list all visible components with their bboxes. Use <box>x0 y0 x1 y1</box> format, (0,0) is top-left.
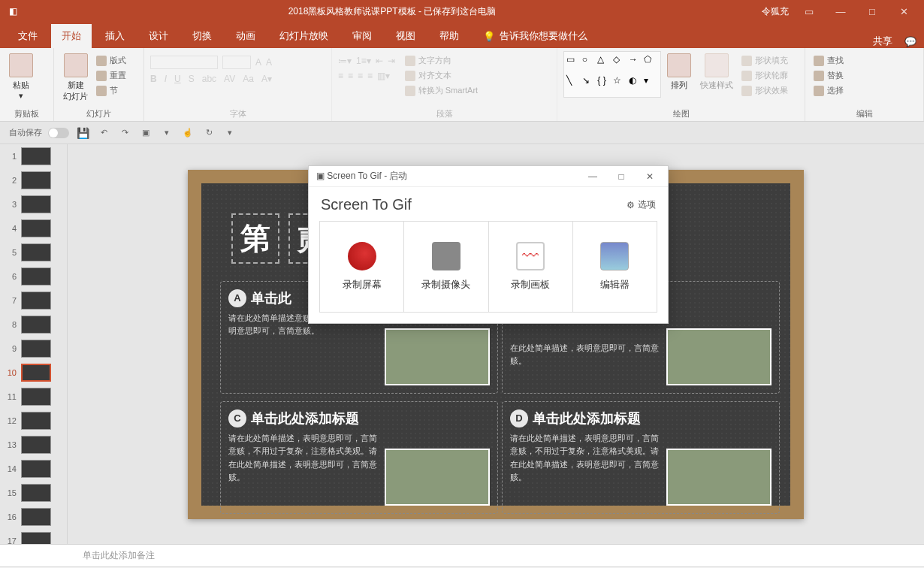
thumbnail-1[interactable]: 1 <box>0 144 67 168</box>
indent-dec-button[interactable]: ⇤ <box>376 56 383 66</box>
reset-button[interactable]: 重置 <box>94 69 128 82</box>
shape-icon: ▾ <box>644 75 658 95</box>
thumbnail-2[interactable]: 2 <box>0 168 67 192</box>
thumbnail-7[interactable]: 7 <box>0 289 67 313</box>
thumbnail-10[interactable]: 10 <box>0 361 67 385</box>
align-center-button[interactable]: ≡ <box>348 71 353 81</box>
autosave-toggle[interactable] <box>48 128 69 138</box>
autosave-label: 自动保存 <box>9 127 42 138</box>
slideshow-from-start-button[interactable]: ▣ <box>138 125 153 140</box>
smartart-button[interactable]: 转换为 SmartArt <box>403 84 480 97</box>
shrink-font-icon[interactable]: A <box>266 57 272 68</box>
thumbnail-number: 17 <box>5 536 17 544</box>
columns-button[interactable]: ▥▾ <box>377 71 390 81</box>
undo-button[interactable]: ↶ <box>96 125 111 140</box>
underline-button[interactable]: U <box>174 74 181 84</box>
tab-home[interactable]: 开始 <box>51 24 92 48</box>
comments-icon[interactable]: 💬 <box>904 36 916 47</box>
indent-inc-button[interactable]: ⇥ <box>388 56 395 66</box>
tab-tell-me[interactable]: 💡告诉我你想要做什么 <box>473 24 598 48</box>
justify-button[interactable]: ≡ <box>367 71 373 81</box>
spacing-button[interactable]: AV <box>224 74 235 84</box>
thumbnail-panel[interactable]: 1234567891011121314151617 <box>0 144 68 544</box>
maximize-icon[interactable]: □ <box>861 6 883 17</box>
section-button[interactable]: 节 <box>94 84 128 97</box>
editor-button[interactable]: 编辑器 <box>573 222 657 312</box>
share-button[interactable]: 共享 <box>873 35 892 48</box>
touch-mode-button[interactable]: ☝ <box>180 125 195 140</box>
qat-custom-button[interactable]: ↻ <box>201 125 216 140</box>
select-button[interactable]: 选择 <box>811 84 846 97</box>
thumbnail-5[interactable]: 5 <box>0 240 67 264</box>
shapeoutline-button[interactable]: 形状轮廓 <box>739 69 790 82</box>
textdir-button[interactable]: 文字方向 <box>403 54 480 67</box>
fontcolor-button[interactable]: A▾ <box>261 74 272 84</box>
new-slide-button[interactable]: 新建 幻灯片 <box>60 51 91 104</box>
thumbnail-3[interactable]: 3 <box>0 192 67 216</box>
quickstyles-button[interactable]: 快速样式 <box>697 51 736 93</box>
smartart-icon <box>405 86 415 96</box>
dialog-close-button[interactable]: ✕ <box>636 171 663 182</box>
thumbnail-preview <box>21 147 51 165</box>
tab-help[interactable]: 帮助 <box>429 24 470 48</box>
tab-file[interactable]: 文件 <box>8 24 48 48</box>
shapefill-button[interactable]: 形状填充 <box>739 54 790 67</box>
thumbnail-4[interactable]: 4 <box>0 216 67 240</box>
grow-font-icon[interactable]: A <box>255 57 261 68</box>
paste-button[interactable]: 粘贴▾ <box>6 51 36 103</box>
thumbnail-6[interactable]: 6 <box>0 264 67 289</box>
shapes-gallery[interactable]: ▭○△◇→⬠ ╲↘{ }☆◐▾ <box>563 51 661 98</box>
strike-button[interactable]: S <box>189 74 195 84</box>
minimize-icon[interactable]: — <box>829 6 852 17</box>
redo-button[interactable]: ↷ <box>117 125 132 140</box>
thumbnail-17[interactable]: 17 <box>0 529 67 544</box>
thumbnail-11[interactable]: 11 <box>0 385 67 409</box>
dialog-minimize-button[interactable]: — <box>579 171 606 182</box>
record-board-button[interactable]: 〰录制画板 <box>489 222 573 312</box>
content-card-c[interactable]: C单击此处添加标题 请在此处简单描述，表明意思即可，言简意赅，不用过于复杂，注意… <box>220 401 498 514</box>
thumbnail-12[interactable]: 12 <box>0 409 67 433</box>
case-button[interactable]: Aa <box>243 74 254 84</box>
italic-button[interactable]: I <box>165 74 167 84</box>
numbering-button[interactable]: 1≡▾ <box>356 56 371 66</box>
tab-transition[interactable]: 切换 <box>182 24 222 48</box>
save-button[interactable]: 💾 <box>75 125 90 140</box>
find-button[interactable]: 查找 <box>811 54 846 67</box>
tab-review[interactable]: 审阅 <box>342 24 382 48</box>
thumbnail-16[interactable]: 16 <box>0 505 67 529</box>
bold-button[interactable]: B <box>150 74 157 84</box>
replace-button[interactable]: 替换 <box>811 69 846 82</box>
thumbnail-13[interactable]: 13 <box>0 433 67 457</box>
content-card-d[interactable]: D单击此处添加标题 请在此处简单描述，表明意思即可，言简意赅，不用过于复杂，注意… <box>502 401 780 514</box>
close-icon[interactable]: ✕ <box>892 6 915 17</box>
font-combo[interactable] <box>150 56 218 69</box>
user-name[interactable]: 令狐充 <box>762 5 789 18</box>
thumbnail-9[interactable]: 9 <box>0 337 67 361</box>
aligntext-button[interactable]: 对齐文本 <box>403 69 480 82</box>
shadow-button[interactable]: abc <box>202 74 216 84</box>
tab-design[interactable]: 设计 <box>138 24 179 48</box>
notes-pane[interactable]: 单击此处添加备注 <box>0 544 924 566</box>
fontsize-combo[interactable] <box>222 56 251 69</box>
thumbnail-8[interactable]: 8 <box>0 313 67 337</box>
thumbnail-number: 10 <box>5 368 17 377</box>
ribbon-options-icon[interactable]: ▭ <box>798 6 820 17</box>
tab-slideshow[interactable]: 幻灯片放映 <box>269 24 339 48</box>
dialog-options-button[interactable]: ⚙选项 <box>627 198 656 211</box>
align-right-button[interactable]: ≡ <box>358 71 363 81</box>
arrange-button[interactable]: 排列 <box>664 51 694 93</box>
qat-more-button[interactable]: ▾ <box>159 125 174 140</box>
align-left-button[interactable]: ≡ <box>338 71 343 81</box>
tab-insert[interactable]: 插入 <box>95 24 135 48</box>
tab-view[interactable]: 视图 <box>385 24 426 48</box>
qat-dropdown[interactable]: ▾ <box>222 125 237 140</box>
thumbnail-15[interactable]: 15 <box>0 481 67 505</box>
tab-animation[interactable]: 动画 <box>225 24 266 48</box>
shapeeffects-button[interactable]: 形状效果 <box>739 84 790 97</box>
thumbnail-14[interactable]: 14 <box>0 457 67 481</box>
record-camera-button[interactable]: 录制摄像头 <box>404 222 488 312</box>
bullets-button[interactable]: ≔▾ <box>338 56 352 66</box>
layout-button[interactable]: 版式 <box>94 54 128 67</box>
record-screen-button[interactable]: 录制屏幕 <box>320 222 404 312</box>
dialog-maximize-button[interactable]: □ <box>608 171 635 182</box>
